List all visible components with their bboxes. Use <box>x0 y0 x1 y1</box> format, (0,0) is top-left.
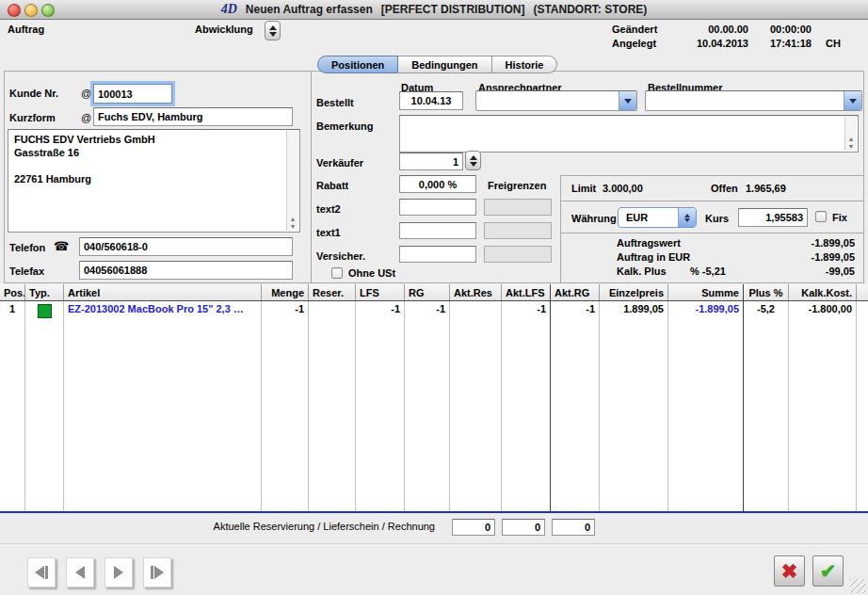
abwicklung-stepper[interactable] <box>265 21 281 40</box>
cell-artikel[interactable]: EZ-2013002 MacBook Pro 15" 2,3 … <box>64 301 262 511</box>
tab-positionen[interactable]: Positionen <box>317 56 398 73</box>
bemerkung-scrollbar[interactable]: ▲▼ <box>844 117 857 151</box>
col-header-akt-res[interactable]: Akt.Res <box>450 284 502 300</box>
text2-field[interactable] <box>399 199 476 216</box>
positions-table-body[interactable]: 1 EZ-2013002 MacBook Pro 15" 2,3 … -1 -1… <box>0 301 868 513</box>
cell-rg[interactable]: -1 <box>405 301 450 511</box>
first-record-button[interactable] <box>27 557 56 587</box>
scroll-up-icon: ▲ <box>290 216 297 223</box>
phone-icon: ☎ <box>54 239 69 253</box>
last-record-icon <box>154 566 164 579</box>
kurzform-field[interactable]: Fuchs EDV, Hamburg <box>93 107 293 126</box>
cell-pos[interactable]: 1 <box>0 301 25 511</box>
versicher-field[interactable] <box>399 246 476 263</box>
ansprechpartner-combo[interactable] <box>475 90 637 111</box>
fix-checkbox[interactable] <box>815 211 827 222</box>
finance-line-top <box>560 175 863 176</box>
col-header-summe[interactable]: Summe <box>668 284 744 300</box>
kalk-plus-percent: % -5,21 <box>690 265 726 277</box>
verkaeufer-stepper[interactable] <box>465 151 481 170</box>
next-record-button[interactable] <box>104 557 133 587</box>
cell-akt-res[interactable] <box>450 301 502 511</box>
col-header-akt-lfs[interactable]: Akt.LFS <box>502 284 551 300</box>
cell-menge[interactable]: -1 <box>262 301 309 511</box>
col-header-artikel[interactable]: Artikel <box>64 284 262 300</box>
last-record-bar <box>151 566 153 579</box>
geaendert-date: 00.00.00 <box>662 24 748 35</box>
address-line-4: 22761 Hamburg <box>14 172 155 185</box>
cell-summe[interactable]: -1.899,05 <box>668 301 744 511</box>
col-header-akt-rg[interactable]: Akt.RG <box>551 284 600 300</box>
bestellnummer-combo[interactable] <box>645 90 862 111</box>
aktuelle-reservierung-field[interactable]: 0 <box>452 519 495 536</box>
ohne-ust-label: Ohne USt <box>348 267 395 279</box>
last-record-button[interactable] <box>143 557 171 587</box>
previous-record-button[interactable] <box>66 557 94 587</box>
telefax-field[interactable]: 04056061888 <box>79 261 293 280</box>
geaendert-time: 00:00:00 <box>753 24 812 35</box>
text2-label: text2 <box>316 203 341 215</box>
kurs-field[interactable]: 1,95583 <box>738 208 808 227</box>
bemerkung-label: Bemerkung <box>316 121 374 132</box>
cell-kalk-kost[interactable]: -1.800,00 <box>789 301 857 511</box>
kunde-nr-field[interactable]: 100013 <box>93 84 172 104</box>
cell-reser[interactable] <box>309 301 356 511</box>
cell-lfs[interactable]: -1 <box>356 301 405 511</box>
order-entry-window: 4D Neuen Auftrag erfassen [PERFECT DISTR… <box>0 0 868 595</box>
offen-label: Offen <box>711 183 738 194</box>
col-header-einzelpreis[interactable]: Einzelpreis <box>600 284 668 300</box>
telefon-label: Telefon <box>9 242 45 253</box>
col-header-rg[interactable]: RG <box>405 284 450 300</box>
close-window-button[interactable] <box>8 4 21 17</box>
angelegt-date: 10.04.2013 <box>662 38 748 49</box>
versicher-freigrenze-field <box>484 246 552 263</box>
cancel-button[interactable]: ✖ <box>774 555 805 587</box>
first-record-bar <box>45 566 48 579</box>
scroll-down-icon: ▼ <box>848 143 855 151</box>
verkaeufer-field[interactable]: 1 <box>399 153 463 170</box>
col-header-kalk-kost[interactable]: Kalk.Kost. <box>789 284 857 300</box>
address-line-1: FUCHS EDV Vertriebs GmbH <box>14 133 155 146</box>
address-line-2: Gasstraße 16 <box>14 146 155 159</box>
finance-panel-border <box>560 175 561 282</box>
telefon-field[interactable]: 040/560618-0 <box>79 237 293 256</box>
zoom-window-button[interactable] <box>41 4 55 17</box>
tab-bedingungen[interactable]: Bedingungen <box>398 56 491 73</box>
auftragswert-value: -1.899,05 <box>734 237 855 249</box>
col-header-pos[interactable]: Pos. <box>0 284 25 300</box>
cell-akt-rg[interactable]: -1 <box>551 301 600 511</box>
scroll-down-icon: ▼ <box>290 223 297 231</box>
cell-einzelpreis[interactable]: 1.899,05 <box>600 301 668 511</box>
aktuelle-rechnung-field[interactable]: 0 <box>552 519 595 536</box>
cell-akt-lfs[interactable]: -1 <box>502 301 551 511</box>
address-textarea[interactable]: FUCHS EDV Vertriebs GmbH Gasstraße 16 22… <box>8 129 300 233</box>
col-header-lfs[interactable]: LFS <box>356 284 405 300</box>
address-scrollbar[interactable]: ▲▼ <box>286 131 298 231</box>
freigrenzen-label: Freigrenzen <box>488 180 546 191</box>
waehrung-popup[interactable]: EUR <box>618 207 697 228</box>
chevron-down-icon <box>624 99 632 104</box>
confirm-button[interactable]: ✔ <box>812 555 844 587</box>
stepper-down-icon <box>269 32 277 37</box>
window-resize-grip[interactable] <box>850 579 866 593</box>
text1-field[interactable] <box>399 222 476 239</box>
bemerkung-textarea[interactable]: ▲▼ <box>399 115 859 153</box>
ohne-ust-checkbox[interactable] <box>331 267 343 279</box>
combo-arrow-button[interactable] <box>619 91 636 110</box>
panel-divider <box>311 72 312 282</box>
rabatt-field[interactable]: 0,000 % <box>399 175 476 193</box>
combo-arrow-button[interactable] <box>844 91 861 110</box>
bestellt-date-field[interactable]: 10.04.13 <box>399 91 463 110</box>
user-code: CH <box>826 38 841 49</box>
tab-historie[interactable]: Historie <box>492 56 558 73</box>
aktuelle-lieferschein-field[interactable]: 0 <box>502 519 545 536</box>
cell-plus-pct[interactable]: -5,2 <box>744 301 789 511</box>
minimize-window-button[interactable] <box>24 4 38 17</box>
col-header-menge[interactable]: Menge <box>262 284 309 300</box>
window-company: [PERFECT DISTRIBUTION] <box>381 3 525 16</box>
col-header-plus-pct[interactable]: Plus % <box>744 284 789 300</box>
col-header-reser[interactable]: Reser. <box>309 284 356 300</box>
cell-typ[interactable] <box>25 301 64 511</box>
positions-table-header: Pos. Typ. Artikel Menge Reser. LFS RG Ak… <box>0 284 868 301</box>
col-header-typ[interactable]: Typ. <box>25 284 64 300</box>
